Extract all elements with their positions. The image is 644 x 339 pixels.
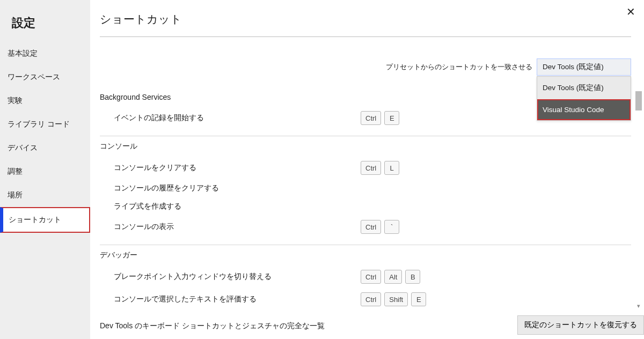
preset-label: プリセットからのショートカットを一致させる (386, 63, 532, 72)
scroll-thumb[interactable] (635, 91, 642, 110)
preset-select-value: Dev Tools (既定値) (543, 62, 604, 72)
key-ctrl: Ctrl (361, 220, 381, 234)
sidebar-item-throttling[interactable]: 調整 (0, 160, 90, 183)
sidebar-item-workspace[interactable]: ワークスペース (0, 65, 90, 89)
section-heading: デバッガー (100, 248, 631, 266)
sidebar-item-library-code[interactable]: ライブラリ コード (0, 113, 90, 136)
shortcut-row: コンソールの表示 Ctrl ` (100, 216, 631, 238)
preset-select[interactable]: Dev Tools (既定値) (537, 58, 631, 76)
key-ctrl: Ctrl (361, 292, 381, 306)
shortcut-row: コンソールをクリアする Ctrl L (100, 157, 631, 179)
shortcut-row: コンソールで選択したテキストを評価する Ctrl Shift E (100, 288, 631, 311)
shortcut-label: ライブ式を作成する (114, 202, 361, 211)
shortcut-label: イベントの記録を開始する (114, 113, 361, 123)
key-b: B (405, 270, 420, 284)
section-console: コンソール コンソールをクリアする Ctrl L コンソールの履歴をクリアする … (100, 139, 631, 238)
settings-sidebar: 設定 基本設定 ワークスペース 実験 ライブラリ コード デバイス 調整 場所 … (0, 0, 90, 339)
sidebar-item-devices[interactable]: デバイス (0, 136, 90, 160)
close-icon[interactable]: ✕ (626, 5, 635, 18)
section-debugger: デバッガー ブレークポイント入力ウィンドウを切り替える Ctrl Alt B コ… (100, 248, 631, 311)
sidebar-item-experiments[interactable]: 実験 (0, 89, 90, 113)
key-l: L (384, 161, 399, 175)
shortcut-label: コンソールの表示 (114, 222, 361, 232)
scrollbar[interactable]: ▾ (634, 91, 643, 301)
preset-option-vscode[interactable]: Visual Studio Code (537, 99, 631, 120)
key-shift: Shift (384, 292, 408, 306)
shortcut-row: ブレークポイント入力ウィンドウを切り替える Ctrl Alt B (100, 266, 631, 288)
scroll-down-icon[interactable]: ▾ (635, 303, 642, 311)
shortcut-label: コンソールをクリアする (114, 163, 361, 173)
shortcut-label: コンソールの履歴をクリアする (114, 183, 361, 193)
preset-option-devtools[interactable]: Dev Tools (既定値) (537, 77, 631, 99)
shortcut-label: ブレークポイント入力ウィンドウを切り替える (114, 272, 361, 282)
divider (100, 36, 631, 37)
sidebar-title: 設定 (0, 10, 90, 42)
sidebar-item-basic[interactable]: 基本設定 (0, 42, 90, 65)
shortcut-row: コンソールの履歴をクリアする (100, 179, 631, 197)
main-panel: ✕ ショートカット プリセットからのショートカットを一致させる Dev Tool… (90, 0, 644, 339)
shortcut-label: コンソールで選択したテキストを評価する (114, 294, 361, 304)
divider (100, 245, 631, 245)
sidebar-item-shortcuts[interactable]: ショートカット (0, 207, 90, 233)
page-title: ショートカット (100, 12, 631, 33)
restore-defaults-button[interactable]: 既定のショートカットを復元する (517, 315, 644, 335)
key-backtick: ` (384, 220, 399, 234)
preset-dropdown: Dev Tools (既定値) Visual Studio Code (537, 76, 631, 121)
divider (100, 136, 631, 136)
key-alt: Alt (384, 270, 402, 284)
sidebar-item-locations[interactable]: 場所 (0, 183, 90, 207)
key-e: E (411, 292, 426, 306)
preset-row: プリセットからのショートカットを一致させる Dev Tools (既定値) De… (100, 58, 631, 76)
key-e: E (384, 111, 399, 125)
key-ctrl: Ctrl (361, 161, 381, 175)
section-heading: コンソール (100, 139, 631, 157)
key-ctrl: Ctrl (361, 270, 381, 284)
key-ctrl: Ctrl (361, 111, 381, 125)
shortcut-row: ライブ式を作成する (100, 197, 631, 216)
